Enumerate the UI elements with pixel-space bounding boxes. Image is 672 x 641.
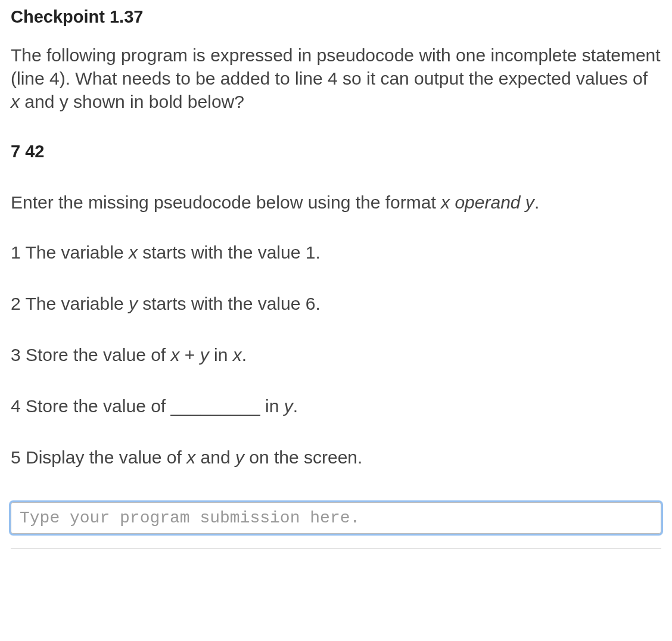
- line3-post: .: [242, 345, 247, 365]
- pseudocode-line-2: 2 The variable y starts with the value 6…: [11, 294, 661, 314]
- line3-exprA: x: [171, 345, 180, 365]
- checkpoint-title: Checkpoint 1.37: [11, 7, 661, 27]
- line5-varA: x: [186, 447, 195, 467]
- line3-pre: 3 Store the value of: [11, 345, 171, 365]
- divider: [11, 548, 661, 549]
- line2-post: starts with the value 6.: [138, 294, 321, 313]
- intro-var-x: x: [11, 92, 20, 111]
- line5-pre: 5 Display the value of: [11, 447, 186, 467]
- pseudocode-line-3: 3 Store the value of x + y in x.: [11, 345, 661, 365]
- line2-pre: 2 The variable: [11, 294, 129, 313]
- intro-paragraph: The following program is expressed in ps…: [11, 43, 661, 113]
- submission-input[interactable]: [11, 502, 661, 534]
- line1-pre: 1 The variable: [11, 242, 129, 262]
- instruction-text: Enter the missing pseudocode below using…: [11, 192, 661, 213]
- pseudocode-line-5: 5 Display the value of x and y on the sc…: [11, 447, 661, 468]
- pseudocode-line-4: 4 Store the value of _________ in y.: [11, 396, 661, 416]
- instruction-part2: .: [534, 192, 539, 212]
- line5-varB: y: [235, 447, 244, 467]
- line4-target: y: [284, 396, 293, 416]
- line3-mid: +: [180, 345, 200, 365]
- intro-text-part1: The following program is expressed in ps…: [11, 45, 661, 88]
- line1-var: x: [129, 242, 138, 262]
- pseudocode-line-1: 1 The variable x starts with the value 1…: [11, 242, 661, 263]
- line3-exprB: y: [200, 345, 209, 365]
- line3-target: x: [233, 345, 242, 365]
- line5-post: on the screen.: [244, 447, 362, 467]
- line2-var: y: [129, 294, 138, 313]
- line4-pre: 4 Store the value of _________ in: [11, 396, 284, 416]
- instruction-part1: Enter the missing pseudocode below using…: [11, 192, 441, 212]
- instruction-format: x operand y: [441, 192, 534, 212]
- expected-output: 7 42: [11, 142, 661, 161]
- line1-post: starts with the value 1.: [138, 242, 321, 262]
- line3-mid2: in: [209, 345, 233, 365]
- line5-mid: and: [195, 447, 235, 467]
- intro-text-part2: and y shown in bold below?: [20, 92, 244, 111]
- line4-post: .: [293, 396, 298, 416]
